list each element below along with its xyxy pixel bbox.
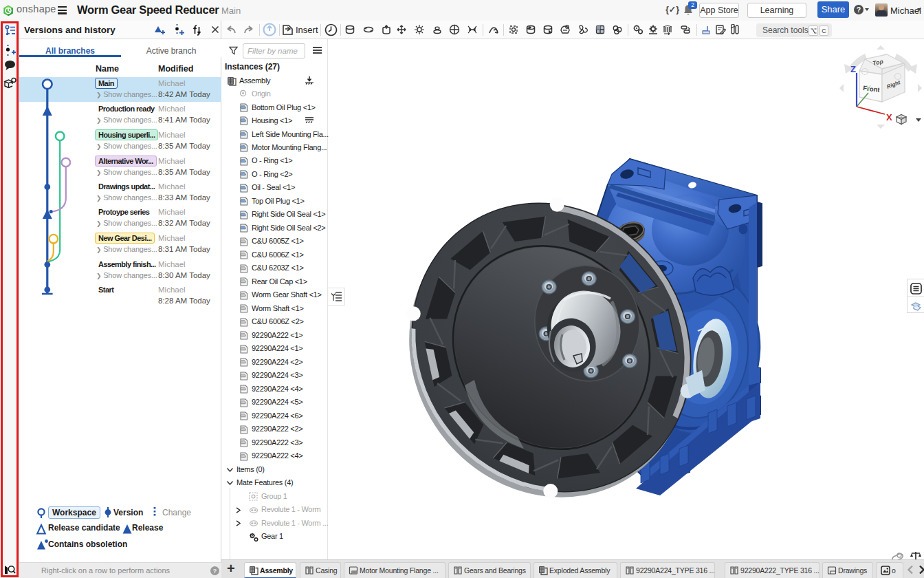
svg-text:X: X [886, 112, 892, 122]
svg-text:Z: Z [850, 64, 856, 74]
svg-text:Y: Y [866, 85, 871, 92]
